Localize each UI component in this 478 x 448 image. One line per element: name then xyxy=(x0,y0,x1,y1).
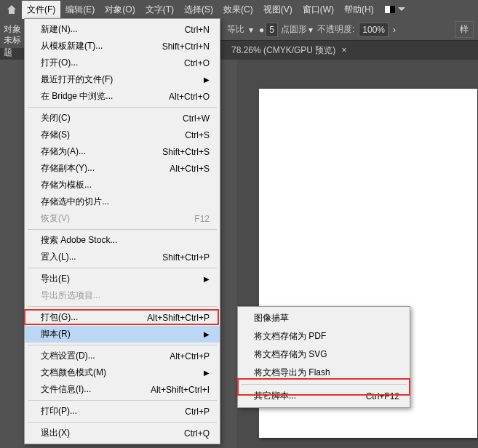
document-tab[interactable]: 78.26% (CMYK/GPU 预览) × xyxy=(224,41,354,60)
menu-save-selection[interactable]: 存储选中的切片... xyxy=(25,193,220,210)
menu-recent[interactable]: 最近打开的文件(F)▶ xyxy=(25,71,220,88)
bullet-icon: ● xyxy=(258,25,266,35)
dropdown-icon[interactable]: ▾ xyxy=(249,25,253,35)
submenu-save-svg[interactable]: 将文档存储为 SVG xyxy=(238,345,410,364)
tab-title: 78.26% (CMYK/GPU 预览) xyxy=(231,44,335,57)
left-sidebar: 对象 未标题 xyxy=(0,19,24,48)
menu-help[interactable]: 帮助(H) xyxy=(339,1,379,19)
menu-export[interactable]: 导出(E)▶ xyxy=(25,271,220,287)
menu-stock[interactable]: 搜索 Adobe Stock... xyxy=(25,232,220,249)
separator xyxy=(28,422,217,423)
menu-open[interactable]: 打开(O)...Ctrl+O xyxy=(25,55,220,71)
chevron-right-icon: ▶ xyxy=(204,275,210,283)
menu-bridge[interactable]: 在 Bridge 中浏览...Alt+Ctrl+O xyxy=(25,88,220,105)
menu-object[interactable]: 对象(O) xyxy=(100,1,140,19)
menu-color-mode[interactable]: 文档颜色模式(M)▶ xyxy=(25,364,220,381)
menu-close[interactable]: 关闭(C)Ctrl+W xyxy=(25,110,220,127)
menu-view[interactable]: 视图(V) xyxy=(258,1,298,19)
point-label: 点圆形 xyxy=(278,23,307,36)
menu-place[interactable]: 置入(L)...Shift+Ctrl+P xyxy=(25,249,220,265)
menu-select[interactable]: 选择(S) xyxy=(179,1,218,19)
menu-window[interactable]: 窗口(W) xyxy=(298,1,339,19)
submenu-image-trace[interactable]: 图像描草 xyxy=(238,309,410,327)
menu-save-as[interactable]: 存储为(A)...Shift+Ctrl+S xyxy=(25,143,220,160)
menu-revert: 恢复(V)F12 xyxy=(25,210,220,227)
opacity-value[interactable]: 100% xyxy=(359,23,389,37)
home-icon[interactable] xyxy=(4,2,19,17)
menu-save-copy[interactable]: 存储副本(Y)...Alt+Ctrl+S xyxy=(25,160,220,177)
submenu-save-pdf[interactable]: 将文档存储为 PDF xyxy=(238,327,410,345)
menu-new-template[interactable]: 从模板新建(T)...Shift+Ctrl+N xyxy=(25,38,220,55)
scale-label: 等比 xyxy=(227,23,244,36)
close-icon[interactable]: × xyxy=(341,45,346,55)
separator xyxy=(28,107,217,108)
menu-doc-setup[interactable]: 文档设置(D)...Alt+Ctrl+P xyxy=(25,348,220,364)
menu-print[interactable]: 打印(P)...Ctrl+P xyxy=(25,403,220,420)
separator xyxy=(241,384,407,385)
point-value[interactable]: 5 xyxy=(266,23,278,37)
menu-exit[interactable]: 退出(X)Ctrl+Q xyxy=(25,425,220,441)
menu-edit[interactable]: 编辑(E) xyxy=(60,1,100,19)
menu-save[interactable]: 存储(S)Ctrl+S xyxy=(25,127,220,143)
opacity-label: 不透明度: xyxy=(317,23,354,36)
menu-effect[interactable]: 效果(C) xyxy=(218,1,258,19)
menu-type[interactable]: 文字(T) xyxy=(140,1,179,19)
menu-scripts[interactable]: 脚本(R)▶ xyxy=(25,326,220,343)
scripts-submenu: 图像描草 将文档存储为 PDF 将文档存储为 SVG 将文档导出为 Flash … xyxy=(237,306,410,408)
menu-file-info[interactable]: 文件信息(I)...Alt+Shift+Ctrl+I xyxy=(25,381,220,398)
sidebar-notitle[interactable]: 未标题 xyxy=(4,40,21,53)
separator xyxy=(28,306,217,307)
separator xyxy=(28,345,217,345)
submenu-other-scripts[interactable]: 其它脚本...Ctrl+F12 xyxy=(238,387,410,405)
separator xyxy=(28,229,217,230)
menu-export-selection: 导出所选项目... xyxy=(25,287,220,304)
file-menu-dropdown: 新建(N)...Ctrl+N 从模板新建(T)...Shift+Ctrl+N 打… xyxy=(24,18,220,444)
submenu-export-flash[interactable]: 将文档导出为 Flash xyxy=(238,364,410,382)
workspace-switcher-icon[interactable] xyxy=(385,6,395,13)
dropdown-icon[interactable] xyxy=(398,7,405,15)
dropdown-icon[interactable]: ▾ xyxy=(307,25,313,35)
menu-file[interactable]: 文件(F) xyxy=(22,1,60,19)
menu-save-template[interactable]: 存储为模板... xyxy=(25,177,220,193)
chevron-right-icon[interactable]: › xyxy=(393,25,396,35)
menu-new[interactable]: 新建(N)...Ctrl+N xyxy=(25,21,220,38)
menubar: 文件(F) 编辑(E) 对象(O) 文字(T) 选择(S) 效果(C) 视图(V… xyxy=(0,0,478,19)
chevron-right-icon: ▶ xyxy=(204,330,210,338)
chevron-right-icon: ▶ xyxy=(204,369,210,377)
separator xyxy=(28,400,217,401)
separator xyxy=(28,268,217,268)
style-button[interactable]: 样 xyxy=(455,21,474,38)
menu-package[interactable]: 打包(G)...Alt+Shift+Ctrl+P xyxy=(25,309,220,326)
chevron-right-icon: ▶ xyxy=(204,76,210,84)
